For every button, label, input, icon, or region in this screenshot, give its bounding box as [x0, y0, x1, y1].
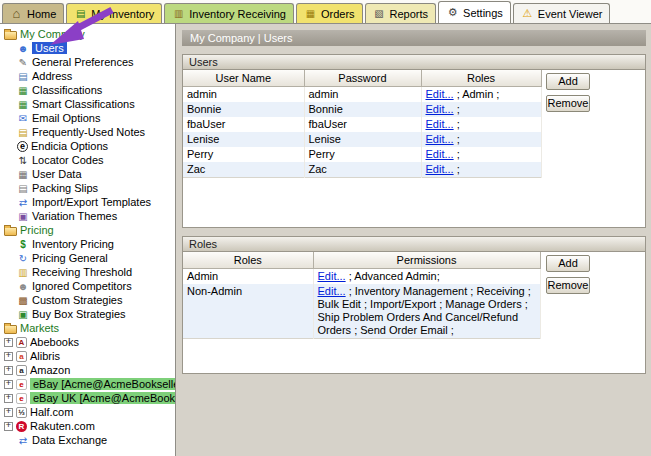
roles-text: ;: [457, 118, 460, 130]
preferences-icon: [17, 56, 29, 68]
edit-link[interactable]: Edit...: [318, 270, 346, 282]
roles-panel-title: Roles: [182, 236, 646, 252]
rakuten-icon: [16, 421, 27, 432]
users-panel-title: Users: [182, 54, 646, 70]
tab-event-viewer[interactable]: Event Viewer: [513, 3, 611, 23]
sidebar-item-smart-classifications[interactable]: Smart Classifications: [0, 97, 175, 111]
roles-panel-body: Roles Permissions Admin Edit...; Advance…: [182, 252, 646, 374]
users-table: User Name Password Roles admin admin Edi…: [183, 70, 542, 178]
edit-link[interactable]: Edit...: [318, 285, 346, 297]
sidebar-item-alibris[interactable]: Alibris: [0, 349, 175, 363]
section-label: Pricing: [20, 224, 54, 236]
users-panel-body: User Name Password Roles admin admin Edi…: [182, 70, 646, 228]
tab-label: Home: [27, 8, 56, 20]
tab-inventory-receiving[interactable]: Inventory Receiving: [164, 3, 294, 23]
sidebar-item-half-com[interactable]: Half.com: [0, 405, 175, 419]
sidebar-item-general-preferences[interactable]: General Preferences: [0, 55, 175, 69]
edit-link[interactable]: Edit...: [426, 88, 454, 100]
expand-plus-icon[interactable]: [4, 352, 13, 361]
sidebar-item-buy-box-strategies[interactable]: Buy Box Strategies: [0, 307, 175, 321]
inventory-book-icon: [74, 7, 87, 20]
sidebar-item-variation-themes[interactable]: Variation Themes: [0, 209, 175, 223]
user-row-bonnie[interactable]: Bonnie Bonnie Edit...;: [183, 102, 541, 117]
sidebar-item-data-exchange[interactable]: Data Exchange: [0, 433, 175, 447]
edit-link[interactable]: Edit...: [426, 118, 454, 130]
role-row-non-admin[interactable]: Non-Admin Edit...; Inventory Management …: [183, 284, 540, 339]
sidebar-item-user-data[interactable]: User Data: [0, 167, 175, 181]
sidebar-item-receiving-threshold[interactable]: Receiving Threshold: [0, 265, 175, 279]
edit-link[interactable]: Edit...: [426, 148, 454, 160]
sidebar-item-email-options[interactable]: Email Options: [0, 111, 175, 125]
sidebar-item-ebay-uk[interactable]: eBay UK [Acme@AcmeBookse: [0, 391, 175, 405]
expand-plus-icon[interactable]: [4, 394, 13, 403]
sidebar-item-inventory-pricing[interactable]: Inventory Pricing: [0, 237, 175, 251]
column-permissions[interactable]: Permissions: [313, 252, 540, 268]
expand-plus-icon[interactable]: [4, 338, 13, 347]
users-panel: Users User Name Password Roles admin adm…: [182, 54, 646, 228]
column-user-name[interactable]: User Name: [183, 70, 304, 86]
user-row-admin[interactable]: admin admin Edit...; Admin ;: [183, 86, 541, 102]
breadcrumb: My Company | Users: [182, 30, 646, 46]
tab-orders[interactable]: Orders: [296, 3, 363, 23]
sidebar-item-label: Email Options: [32, 112, 100, 124]
password-cell: fbaUser: [304, 117, 421, 132]
sidebar-item-address[interactable]: Address: [0, 69, 175, 83]
tab-reports[interactable]: Reports: [365, 3, 437, 23]
sidebar-item-custom-strategies[interactable]: Custom Strategies: [0, 293, 175, 307]
sidebar-section-my-company[interactable]: My Company: [0, 27, 175, 41]
edit-link[interactable]: Edit...: [426, 163, 454, 175]
sidebar-item-label: Frequently-Used Notes: [32, 126, 145, 138]
sidebar-item-label: Users: [32, 42, 67, 54]
smart-classifications-icon: [17, 98, 29, 110]
expand-plus-icon[interactable]: [4, 408, 13, 417]
sidebar-section-pricing[interactable]: Pricing: [0, 223, 175, 237]
roles-add-button[interactable]: Add: [546, 255, 590, 272]
amazon-icon: [16, 365, 27, 376]
sidebar-item-rakuten[interactable]: Rakuten.com: [0, 419, 175, 433]
sidebar-item-endicia-options[interactable]: Endicia Options: [0, 139, 175, 153]
sidebar-item-locator-codes[interactable]: Locator Codes: [0, 153, 175, 167]
sidebar-item-label: Receiving Threshold: [32, 266, 132, 278]
user-row-fbauser[interactable]: fbaUser fbaUser Edit...;: [183, 117, 541, 132]
sidebar-item-abebooks[interactable]: Abebooks: [0, 335, 175, 349]
section-label: My Company: [20, 28, 85, 40]
column-password[interactable]: Password: [304, 70, 421, 86]
sidebar-item-ebay[interactable]: eBay [Acme@AcmeBookseller: [0, 377, 175, 391]
user-name-cell: Perry: [183, 147, 304, 162]
sidebar-item-users[interactable]: Users: [0, 41, 175, 55]
permissions-cell: Edit...; Advanced Admin;: [313, 268, 540, 284]
sidebar-item-packing-slips[interactable]: Packing Slips: [0, 181, 175, 195]
tab-my-inventory[interactable]: My Inventory: [66, 3, 162, 23]
user-row-lenise[interactable]: Lenise Lenise Edit...;: [183, 132, 541, 147]
sidebar-section-markets[interactable]: Markets: [0, 321, 175, 335]
address-card-icon: [17, 70, 29, 82]
ignored-competitors-icon: [17, 280, 29, 292]
roles-remove-button[interactable]: Remove: [546, 277, 590, 294]
sidebar-item-amazon[interactable]: Amazon: [0, 363, 175, 377]
email-icon: [17, 112, 29, 124]
edit-link[interactable]: Edit...: [426, 103, 454, 115]
expand-plus-icon[interactable]: [4, 422, 13, 431]
pricing-general-icon: [17, 252, 29, 264]
tab-home[interactable]: Home: [2, 3, 64, 23]
expand-plus-icon[interactable]: [4, 380, 13, 389]
password-cell: Lenise: [304, 132, 421, 147]
edit-link[interactable]: Edit...: [426, 133, 454, 145]
sidebar-item-import-export-templates[interactable]: Import/Export Templates: [0, 195, 175, 209]
role-row-admin[interactable]: Admin Edit...; Advanced Admin;: [183, 268, 540, 284]
user-row-zac[interactable]: Zac Zac Edit...;: [183, 162, 541, 178]
roles-cell: Edit...;: [421, 117, 541, 132]
tab-settings[interactable]: Settings: [438, 1, 511, 23]
column-roles[interactable]: Roles: [183, 252, 313, 268]
sidebar-item-frequently-used-notes[interactable]: Frequently-Used Notes: [0, 125, 175, 139]
user-row-perry[interactable]: Perry Perry Edit...;: [183, 147, 541, 162]
users-remove-button[interactable]: Remove: [546, 95, 590, 112]
sidebar-item-classifications[interactable]: Classifications: [0, 83, 175, 97]
column-roles[interactable]: Roles: [421, 70, 541, 86]
settings-gear-icon: [446, 6, 459, 19]
endicia-icon: [17, 141, 28, 152]
users-add-button[interactable]: Add: [546, 73, 590, 90]
sidebar-item-ignored-competitors[interactable]: Ignored Competitors: [0, 279, 175, 293]
sidebar-item-pricing-general[interactable]: Pricing General: [0, 251, 175, 265]
expand-plus-icon[interactable]: [4, 366, 13, 375]
